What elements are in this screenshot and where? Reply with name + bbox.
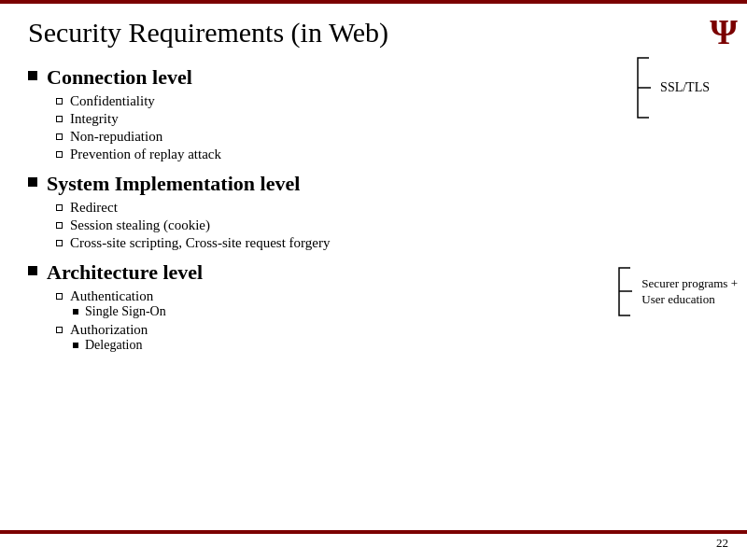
list-item: Single Sign-On [73, 304, 166, 319]
sub-bullet [56, 98, 63, 105]
sub-bullet [56, 204, 63, 211]
list-item: Confidentiality [56, 93, 719, 109]
bullet-system [28, 177, 37, 187]
connection-list: Confidentiality Integrity Non-repudiatio… [56, 93, 719, 162]
slide-title: Security Requirements (in Web) [28, 17, 719, 49]
sub-bullet [56, 240, 63, 246]
page-number: 22 [716, 536, 728, 551]
system-title: System Implementation level [47, 172, 719, 196]
system-list: Redirect Session stealing (cookie) Cross… [56, 200, 719, 251]
securer-programs-label: Securer programs +User education [641, 276, 738, 308]
sub-bullet [56, 327, 63, 333]
securer-bracket-group: Securer programs +User education [613, 266, 738, 317]
system-content: System Implementation level Redirect Ses… [47, 172, 719, 253]
top-border [0, 0, 747, 4]
list-item: Integrity [56, 111, 719, 127]
slide: Ψ Security Requirements (in Web) Connect… [0, 0, 747, 560]
list-item: Cross-site scripting, Cross-site request… [56, 235, 719, 251]
list-item: Redirect [56, 200, 719, 216]
bottom-border [0, 530, 747, 534]
list-item: Session stealing (cookie) [56, 217, 719, 233]
connection-content: Connection level Confidentiality Integri… [47, 65, 719, 164]
sub-bullet [56, 151, 63, 158]
authentication-children: Single Sign-On [73, 304, 166, 320]
ssl-tls-label: SSL/TLS [660, 80, 710, 95]
section-system: System Implementation level Redirect Ses… [28, 172, 719, 253]
list-item: Prevention of replay attack [56, 147, 719, 162]
sub-bullet [56, 133, 63, 140]
ssl-tls-bracket-group: SSL/TLS [632, 56, 710, 119]
list-item: Delegation [73, 338, 142, 353]
list-item: Authorization Delegation [56, 322, 719, 354]
ssl-bracket-svg [632, 56, 655, 119]
sub-sub-bullet [73, 343, 78, 348]
sub-bullet [56, 116, 63, 122]
connection-title: Connection level [47, 65, 719, 90]
list-item: Non-repudiation [56, 129, 719, 145]
sub-bullet [56, 293, 63, 300]
sub-bullet [56, 222, 63, 229]
section-connection: Connection level Confidentiality Integri… [28, 65, 719, 164]
securer-bracket-svg [613, 266, 636, 317]
authorization-children: Delegation [73, 338, 142, 354]
bullet-connection [28, 71, 37, 80]
sub-sub-bullet [73, 309, 78, 315]
bullet-architecture [28, 266, 37, 275]
